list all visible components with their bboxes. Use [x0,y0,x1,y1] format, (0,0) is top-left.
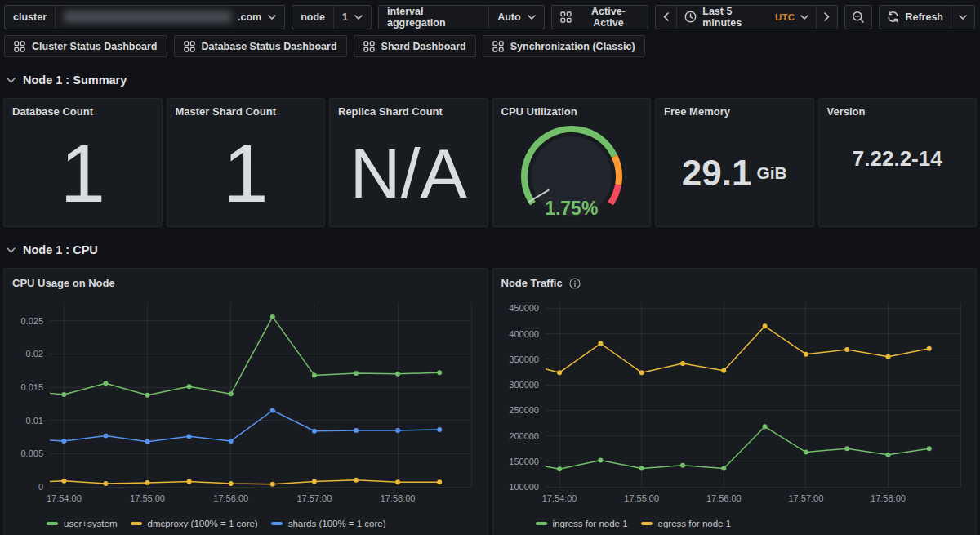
panel-title[interactable]: CPU Usage on Node [12,277,115,289]
chevron-down-icon [800,15,808,20]
stat-unit-free-memory: GiB [756,163,786,183]
apps-grid-icon [14,41,25,52]
panel-node-traffic: Node Traffic 100000150000200000250000300… [492,268,978,535]
legend-swatch [641,522,653,525]
link-synchronization-classic[interactable]: Synchronization (Classic) [483,35,645,57]
chevron-left-icon [663,12,669,21]
panel-title[interactable]: Free Memory [656,99,813,118]
legend-label: egress for node 1 [658,519,732,528]
svg-text:0.015: 0.015 [20,382,43,392]
time-shift-back-button[interactable] [656,6,676,29]
cpu-panels-grid: CPU Usage on Node 00.0050.010.0150.020.0… [0,268,980,535]
chart-canvas[interactable]: 00.0050.010.0150.020.02517:54:0017:55:00… [11,292,479,517]
legend-label: ingress for node 1 [553,519,628,528]
cpu-gauge: 1.75% [493,118,651,225]
svg-text:450000: 450000 [509,303,539,313]
active-active-link-button[interactable]: Active-Active [551,5,649,29]
active-active-label: Active-Active [577,6,640,29]
interval-aggregation-dropdown[interactable]: Auto [489,6,543,29]
zoom-out-button[interactable] [844,5,872,29]
info-icon[interactable] [569,278,581,289]
panel-title[interactable]: Replica Shard Count [330,99,488,118]
svg-text:17:56:00: 17:56:00 [706,493,741,503]
time-picker-group: Last 5 minutes UTC [655,5,838,29]
svg-text:17:58:00: 17:58:00 [381,493,416,503]
svg-text:300000: 300000 [509,380,539,390]
apps-grid-icon [363,41,375,52]
time-shift-forward-button[interactable] [816,6,837,29]
refresh-icon [887,11,899,23]
chevron-down-icon [959,15,967,20]
legend-label: dmcproxy (100% = 1 core) [148,519,258,528]
svg-text:17:54:00: 17:54:00 [541,493,577,503]
redacted-cluster-value [64,11,231,23]
row-title-cpu: Node 1 : CPU [23,243,98,256]
node-variable: node 1 [292,5,372,29]
panel-title[interactable]: Master Shard Count [167,99,325,118]
cluster-label: cluster [5,6,56,29]
svg-text:17:56:00: 17:56:00 [213,493,248,503]
legend-label: shards (100% = 1 core) [288,519,386,528]
cluster-dropdown[interactable]: .com [56,6,284,29]
chevron-down-icon [7,247,16,253]
cluster-variable: cluster .com [4,5,285,29]
panel-cpu-usage-on-node: CPU Usage on Node 00.0050.010.0150.020.0… [3,268,488,535]
row-header-cpu[interactable]: Node 1 : CPU [0,242,980,258]
summary-panels-grid: Database Count 1 Master Shard Count 1 Re… [0,98,980,227]
refresh-label: Refresh [905,11,943,23]
legend-item[interactable]: user+system [47,519,118,528]
chevron-down-icon [354,15,363,20]
chart-canvas[interactable]: 1000001500002000002500003000003500004000… [500,292,969,517]
interval-aggregation-label: interval aggregation [379,6,489,29]
gauge-value: 1.75% [493,198,651,220]
timezone-label: UTC [775,12,795,22]
time-range-picker[interactable]: Last 5 minutes UTC [676,6,816,29]
panel-version: Version 7.22.2-14 [818,98,978,227]
time-range-label: Last 5 minutes [702,6,769,29]
svg-text:0: 0 [38,482,43,492]
refresh-button-group: Refresh [879,5,975,29]
refresh-button[interactable]: Refresh [880,6,951,29]
legend-swatch [271,522,283,525]
panel-title[interactable]: Node Traffic [501,277,563,289]
svg-text:17:58:00: 17:58:00 [871,493,906,503]
clock-icon [684,11,697,23]
cluster-value-suffix: .com [238,11,261,23]
legend-item[interactable]: dmcproxy (100% = 1 core) [131,519,258,528]
panel-master-shard-count: Master Shard Count 1 [167,98,326,227]
link-database-status-dashboard[interactable]: Database Status Dashboard [174,35,347,57]
panel-replica-shard-count: Replica Shard Count N/A [329,98,488,227]
apps-grid-icon [184,41,195,52]
svg-text:17:57:00: 17:57:00 [296,493,332,503]
panel-title[interactable]: Version [819,99,977,118]
legend-item[interactable]: ingress for node 1 [536,519,628,528]
panel-title[interactable]: CPU Utilization [493,99,651,118]
dashboard-links-row: Cluster Status Dashboard Database Status… [0,29,980,57]
node-dropdown[interactable]: 1 [334,6,371,29]
chart-legend: user+systemdmcproxy (100% = 1 core)shard… [11,517,481,532]
panel-title[interactable]: Database Count [4,99,162,118]
legend-item[interactable]: shards (100% = 1 core) [271,519,386,528]
toolbar: cluster .com node 1 interval aggregation [0,0,980,29]
stat-value-replica-shard-count: N/A [350,138,467,208]
chevron-down-icon [268,15,276,20]
row-header-summary[interactable]: Node 1 : Summary [0,72,980,88]
svg-text:0.025: 0.025 [20,316,43,326]
node-label: node [292,6,334,29]
legend-item[interactable]: egress for node 1 [641,519,732,528]
refresh-interval-dropdown[interactable] [951,6,974,29]
stat-value-database-count: 1 [60,132,105,214]
svg-text:250000: 250000 [509,405,539,415]
svg-text:0.005: 0.005 [20,448,43,458]
svg-text:17:55:00: 17:55:00 [130,493,165,503]
panel-cpu-utilization: CPU Utilization 1.75% [492,98,652,227]
zoom-out-icon [852,11,865,24]
link-cluster-status-dashboard[interactable]: Cluster Status Dashboard [4,35,167,57]
link-label: Shard Dashboard [381,41,466,52]
link-shard-dashboard[interactable]: Shard Dashboard [354,35,476,57]
stat-value-version: 7.22.2-14 [853,148,942,169]
chevron-down-icon [528,15,536,20]
svg-text:17:54:00: 17:54:00 [47,493,82,503]
svg-text:0.02: 0.02 [26,349,43,359]
svg-text:17:57:00: 17:57:00 [788,493,823,503]
